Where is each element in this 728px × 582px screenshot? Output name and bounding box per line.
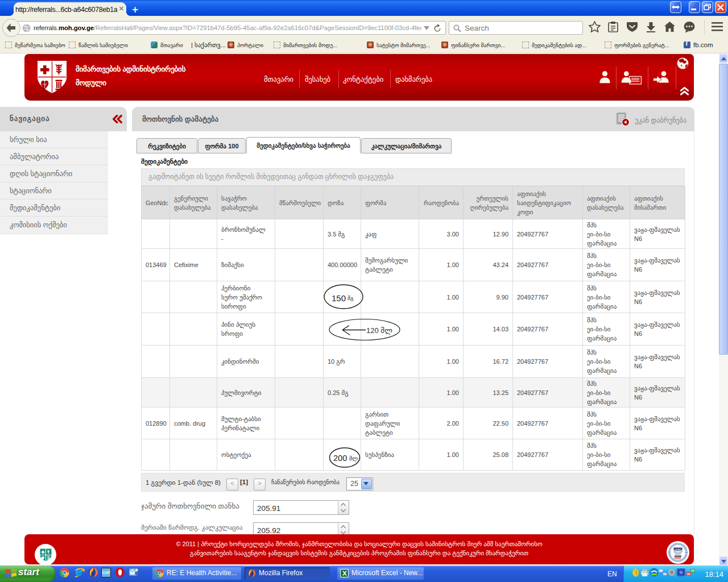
svg-text:150: 150: [332, 293, 346, 303]
svg-text:120 მლ: 120 მლ: [366, 326, 392, 335]
svg-text:მლ: მლ: [349, 455, 358, 462]
svg-text:200: 200: [333, 454, 347, 463]
svg-text:მგ: მგ: [348, 295, 354, 301]
